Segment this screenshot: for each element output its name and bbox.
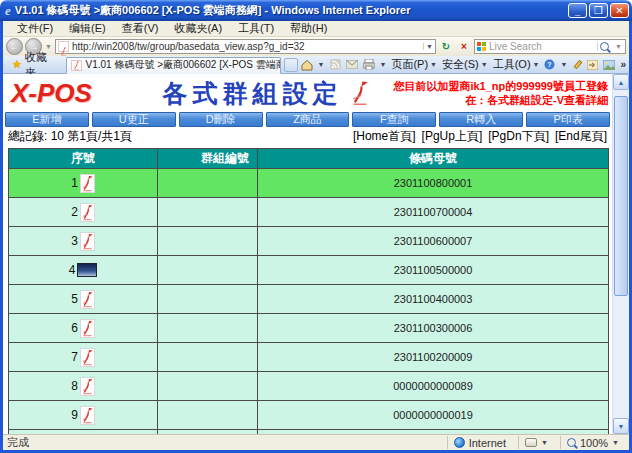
print-dropdown-icon[interactable]: ▼ — [380, 61, 387, 68]
mascot-icon[interactable] — [80, 203, 95, 222]
address-field[interactable]: http://win2008/tw/group/basedata_view.as… — [55, 39, 436, 54]
row-seq: 3 — [71, 234, 78, 248]
maximize-button[interactable]: ❒ — [589, 3, 608, 18]
mascot-icon[interactable] — [80, 406, 95, 425]
search-button[interactable] — [597, 42, 611, 51]
barcode-value: 2301100500000 — [258, 256, 609, 285]
menu-item-v[interactable]: 查看(V) — [114, 21, 167, 36]
menu-item-t[interactable]: 工具(T) — [230, 21, 282, 36]
xpos-page: X-POS 各式群組設定 您目前以加盟商ik1_np的999999號員工登錄在：… — [3, 74, 612, 434]
live-search-flag-icon — [477, 42, 486, 51]
home-icon[interactable] — [301, 59, 313, 71]
menu-item-e[interactable]: 编辑(E) — [61, 21, 114, 36]
barcode-value: 2301100800001 — [258, 169, 609, 198]
table-row[interactable]: 42301100500000 — [9, 256, 609, 285]
security-zone: Internet — [447, 436, 512, 449]
chevron-down-icon: ▼ — [533, 61, 540, 68]
nav-button-f[interactable]: F查詢 — [352, 112, 436, 127]
back-button[interactable]: ← — [6, 38, 23, 55]
search-box[interactable]: Live Search ▼ — [474, 39, 626, 54]
scroll-down-icon[interactable]: ▼ — [613, 418, 629, 434]
help-icon[interactable]: ? — [544, 59, 555, 70]
mascot-icon[interactable] — [80, 174, 95, 193]
protected-mode-panel[interactable]: ▼ — [518, 436, 554, 449]
home-dropdown-icon[interactable]: ▼ — [318, 61, 325, 68]
menu-item-f[interactable]: 文件(F) — [9, 21, 61, 36]
mascot-icon[interactable] — [80, 377, 95, 396]
paging-link[interactable]: [PgUp上頁] — [422, 128, 483, 145]
paging-link[interactable]: [PgDn下頁] — [488, 128, 549, 145]
mascot-logo-icon — [349, 80, 371, 106]
read-mail-icon[interactable] — [346, 60, 358, 69]
group-number-cell — [158, 169, 258, 198]
table-row[interactable]: 62301100300006 — [9, 314, 609, 343]
safety-menu[interactable]: 安全(S)▼ — [442, 57, 488, 72]
send-to-onenote-icon[interactable] — [587, 60, 598, 70]
minimize-button[interactable]: _ — [568, 3, 587, 18]
browser-tab[interactable]: V1.01 條碼母號 >廠商006602 [X-POS 雲端商... — [66, 57, 280, 74]
function-button-bar: E新增U更正D刪除Z商品F查詢R轉入P印表 — [3, 112, 612, 127]
tools-menu[interactable]: 工具(O)▼ — [493, 57, 540, 72]
barcode-value: 0000000000019 — [258, 401, 609, 430]
record-status-row: 總記錄: 10 第1頁/共1頁 [Home首頁][PgUp上頁][PgDn下頁]… — [3, 127, 612, 146]
phishing-filter-icon — [525, 438, 537, 447]
mascot-icon[interactable] — [80, 232, 95, 251]
table-row[interactable]: 32301100600007 — [9, 227, 609, 256]
table-row[interactable]: 90000000000019 — [9, 401, 609, 430]
table-row[interactable]: 12301100800001 — [9, 169, 609, 198]
nav-button-z[interactable]: Z商品 — [266, 112, 350, 127]
menu-item-h[interactable]: 帮助(H) — [282, 21, 335, 36]
url-text[interactable]: http://win2008/tw/group/basedata_view.as… — [72, 41, 420, 52]
nav-button-u[interactable]: U更正 — [92, 112, 176, 127]
scroll-up-icon[interactable]: ▲ — [613, 74, 629, 90]
close-button[interactable]: ✕ — [610, 3, 629, 18]
paging-link[interactable]: [End尾頁] — [555, 128, 607, 145]
nav-button-d[interactable]: D刪除 — [179, 112, 263, 127]
edit-icon[interactable] — [572, 60, 582, 70]
picture-icon[interactable] — [603, 60, 615, 70]
page-title: 各式群組設定 — [163, 77, 343, 110]
group-number-cell — [158, 343, 258, 372]
help-dropdown-icon[interactable]: ▼ — [560, 61, 567, 68]
toolbar-overflow-chevron[interactable]: » — [620, 59, 626, 70]
mascot-icon[interactable] — [80, 290, 95, 309]
barcode-value: 2301100300006 — [258, 314, 609, 343]
new-tab-button[interactable] — [284, 58, 298, 72]
status-bar: 完成 Internet ▼ 100% ▼ — [3, 434, 629, 450]
tab-title: V1.01 條碼母號 >廠商006602 [X-POS 雲端商... — [85, 58, 280, 72]
row-seq: 7 — [71, 350, 78, 364]
ie-logo-icon: e — [5, 4, 11, 17]
vertical-scrollbar[interactable]: ▲ ▼ — [612, 74, 629, 434]
photo-thumbnail-icon[interactable] — [77, 263, 97, 277]
title-bar[interactable]: e V1.01 條碼母號 >廠商006602 [X-POS 雲端商務網] - W… — [0, 0, 632, 21]
row-seq: 4 — [69, 263, 76, 277]
column-header: 條碼母號 — [258, 149, 609, 169]
group-number-cell — [158, 256, 258, 285]
table-row[interactable]: 80000000000089 — [9, 372, 609, 401]
favorites-button[interactable]: ★ 收藏夹 — [6, 57, 63, 73]
feeds-icon[interactable] — [330, 59, 341, 70]
zoom-control[interactable]: 100% ▼ — [560, 436, 625, 449]
mascot-icon[interactable] — [80, 319, 95, 338]
stop-button[interactable]: × — [456, 39, 472, 54]
refresh-button[interactable]: ↻ — [438, 39, 454, 54]
barcode-table: 序號群組編號條碼母號 12301100800001223011007000043… — [8, 148, 609, 434]
page-menu[interactable]: 页面(P)▼ — [391, 57, 437, 72]
nav-button-p[interactable]: P印表 — [526, 112, 610, 127]
login-notice: 您目前以加盟商ik1_np的999999號員工登錄在：各式群組設定-V查看詳細 — [372, 79, 608, 108]
menu-item-a[interactable]: 收藏夹(A) — [166, 21, 230, 36]
paging-link[interactable]: [Home首頁] — [353, 128, 416, 145]
scrollbar-thumb[interactable] — [614, 96, 628, 296]
print-icon[interactable] — [363, 59, 375, 70]
nav-button-e[interactable]: E新增 — [5, 112, 89, 127]
group-number-cell — [158, 401, 258, 430]
table-row[interactable]: 52301100400003 — [9, 285, 609, 314]
table-row[interactable]: 22301100700004 — [9, 198, 609, 227]
search-options-dropdown-icon[interactable]: ▼ — [614, 43, 623, 50]
mascot-icon[interactable] — [80, 348, 95, 367]
nav-button-r[interactable]: R轉入 — [439, 112, 523, 127]
address-dropdown-icon[interactable]: ▼ — [423, 43, 433, 50]
row-seq: 9 — [71, 408, 78, 422]
table-row[interactable]: 72301100200009 — [9, 343, 609, 372]
search-input[interactable]: Live Search — [489, 41, 594, 52]
